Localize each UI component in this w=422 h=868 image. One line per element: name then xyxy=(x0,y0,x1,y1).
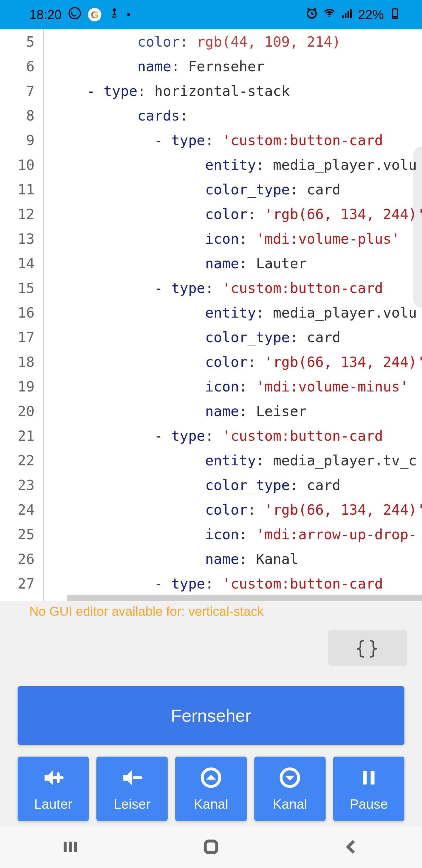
volume-minus-icon xyxy=(121,766,144,793)
toggle-code-button[interactable]: {} xyxy=(328,630,407,666)
svg-rect-18 xyxy=(205,841,217,853)
preview-button-arrow-up-circle[interactable]: Kanal xyxy=(175,756,247,821)
svg-point-0 xyxy=(69,8,80,19)
svg-rect-14 xyxy=(371,771,375,784)
preview-button-pause[interactable]: Pause xyxy=(333,756,404,821)
yaml-editor[interactable]: 5678910111213141516171819202122232425262… xyxy=(0,29,422,601)
google-icon: G xyxy=(88,8,101,22)
pause-icon xyxy=(357,766,380,793)
more-notifications-dot xyxy=(127,13,130,16)
svg-rect-6 xyxy=(348,11,349,18)
svg-rect-4 xyxy=(342,15,344,18)
vertical-scrollbar[interactable] xyxy=(413,147,422,308)
battery-icon xyxy=(389,7,401,23)
preview-button-label: Leiser xyxy=(114,796,150,812)
wifi-icon xyxy=(323,7,336,23)
svg-rect-7 xyxy=(350,9,352,18)
fernseher-button[interactable]: Fernseher xyxy=(18,686,404,745)
preview-button-label: Lauter xyxy=(34,796,72,812)
preview-button-label: Kanal xyxy=(272,796,307,812)
android-status-bar: 18:20 G 22% xyxy=(0,0,422,29)
editor-gutter: 5678910111213141516171819202122232425262… xyxy=(0,29,44,601)
volume-plus-icon xyxy=(42,766,65,793)
editor-code[interactable]: color: rgb(44, 109, 214) name: Fernseher… xyxy=(44,29,422,601)
whatsapp-icon xyxy=(68,6,82,23)
back-button[interactable] xyxy=(343,838,360,857)
home-button[interactable] xyxy=(202,838,220,857)
signal-icon xyxy=(340,7,353,23)
preview-button-volume-plus[interactable]: Lauter xyxy=(18,756,89,821)
preview-button-label: Kanal xyxy=(194,796,228,812)
preview-button-volume-minus[interactable]: Leiser xyxy=(96,756,168,821)
arrow-up-circle-icon xyxy=(199,766,223,793)
battery-percent: 22% xyxy=(358,7,384,22)
status-time: 18:20 xyxy=(29,7,62,22)
preview-button-arrow-down-circle[interactable]: Kanal xyxy=(254,756,326,821)
preview-button-label: Pause xyxy=(350,796,388,812)
svg-point-3 xyxy=(328,16,330,17)
svg-point-1 xyxy=(113,8,116,12)
svg-rect-10 xyxy=(394,16,397,18)
card-preview: Fernseher LauterLeiserKanalKanalPause xyxy=(18,686,404,821)
arrow-down-circle-icon xyxy=(278,766,301,793)
svg-rect-9 xyxy=(394,8,396,9)
svg-rect-5 xyxy=(345,13,347,18)
recent-apps-button[interactable] xyxy=(62,838,79,857)
notification-icon xyxy=(108,7,121,23)
no-gui-notice: No GUI editor available for: vertical-st… xyxy=(0,601,422,630)
horizontal-scrollbar[interactable] xyxy=(67,595,422,601)
svg-rect-13 xyxy=(363,771,367,784)
android-nav-bar xyxy=(0,827,422,868)
alarm-icon xyxy=(305,7,318,23)
